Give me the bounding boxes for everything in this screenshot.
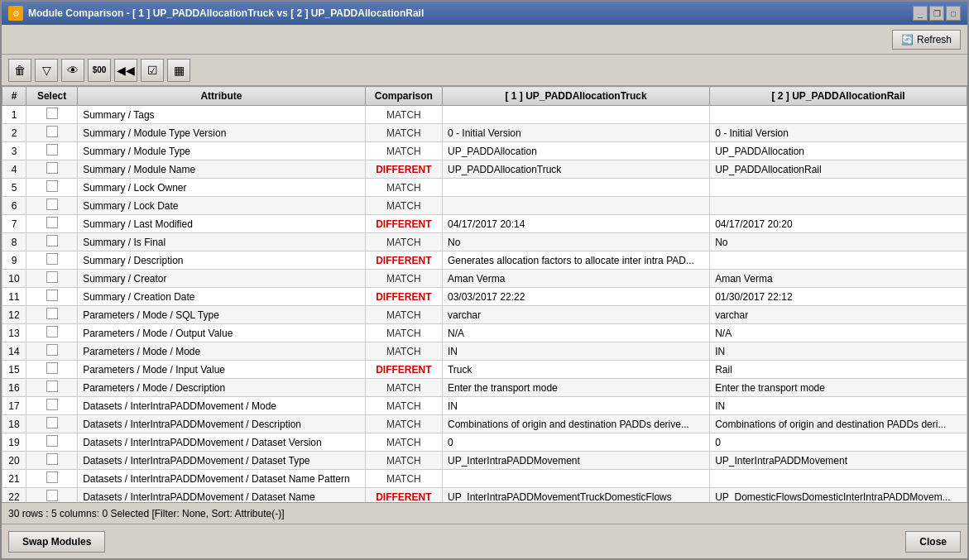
select-checkbox[interactable] — [46, 290, 58, 301]
filter-button[interactable]: ▽ — [35, 59, 58, 82]
col-header-v2[interactable]: [ 2 ] UP_PADDAllocationRail — [710, 87, 967, 106]
select-checkbox[interactable] — [46, 180, 58, 192]
row-select[interactable] — [26, 197, 78, 215]
maximize-button[interactable]: □ — [946, 6, 961, 21]
back-button[interactable]: ◀◀ — [114, 59, 137, 82]
row-v1-value — [442, 470, 709, 488]
row-select[interactable] — [26, 215, 78, 233]
restore-button[interactable]: ❐ — [929, 6, 944, 21]
col-header-comparison[interactable]: Comparison — [365, 87, 442, 106]
row-num: 7 — [2, 215, 26, 233]
select-checkbox[interactable] — [46, 381, 58, 392]
row-v2-value: UP_PADDAllocation — [710, 142, 967, 160]
select-checkbox[interactable] — [46, 126, 58, 137]
row-comparison: MATCH — [365, 470, 442, 488]
row-attribute: Parameters / Mode / Description — [78, 379, 366, 397]
swap-modules-button[interactable]: Swap Modules — [8, 531, 105, 553]
select-checkbox[interactable] — [46, 217, 58, 228]
grid-button[interactable]: ▦ — [167, 59, 190, 82]
select-checkbox[interactable] — [46, 362, 58, 374]
row-v1-value: 0 — [442, 433, 709, 452]
row-comparison: MATCH — [365, 415, 442, 433]
row-select[interactable] — [26, 324, 78, 342]
refresh-button[interactable]: 🔄 Refresh — [892, 30, 961, 50]
row-v2-value: varchar — [710, 306, 967, 324]
toolbar: 🗑 ▽ 👁 $00 ◀◀ ☑ ▦ — [2, 55, 967, 86]
row-v1-value: UP_InterIntraPADDMovement — [442, 452, 709, 470]
view-icon: 👁 — [67, 64, 79, 77]
row-comparison: MATCH — [365, 106, 442, 124]
row-select[interactable] — [26, 306, 78, 324]
select-checkbox[interactable] — [46, 326, 58, 337]
select-checkbox[interactable] — [46, 199, 58, 210]
table-row: 2 Summary / Module Type Version MATCH 0 … — [2, 124, 967, 142]
row-select[interactable] — [26, 160, 78, 179]
row-attribute: Parameters / Mode / Mode — [78, 342, 366, 361]
row-v1-value: Aman Verma — [442, 270, 709, 288]
select-checkbox[interactable] — [46, 453, 58, 465]
select-checkbox[interactable] — [46, 435, 58, 447]
row-select[interactable] — [26, 270, 78, 288]
row-select[interactable] — [26, 433, 78, 452]
status-text: 30 rows : 5 columns: 0 Selected [Filter:… — [8, 508, 284, 519]
col-header-v1[interactable]: [ 1 ] UP_PADDAllocationTruck — [442, 87, 709, 106]
row-select[interactable] — [26, 415, 78, 433]
row-v2-value: Rail — [710, 361, 967, 379]
select-checkbox[interactable] — [46, 308, 58, 319]
select-checkbox[interactable] — [46, 108, 58, 119]
select-checkbox[interactable] — [46, 235, 58, 246]
row-v2-value: IN — [710, 397, 967, 415]
row-select[interactable] — [26, 251, 78, 270]
table-row: 13 Parameters / Mode / Output Value MATC… — [2, 324, 967, 342]
check-button[interactable]: ☑ — [141, 59, 164, 82]
select-checkbox[interactable] — [46, 399, 58, 410]
table-row: 1 Summary / Tags MATCH — [2, 106, 967, 124]
row-select[interactable] — [26, 452, 78, 470]
row-select[interactable] — [26, 379, 78, 397]
row-select[interactable] — [26, 342, 78, 361]
row-comparison: DIFFERENT — [365, 361, 442, 379]
col-header-attribute[interactable]: Attribute — [78, 87, 366, 106]
select-checkbox[interactable] — [46, 162, 58, 174]
minimize-button[interactable]: _ — [913, 6, 928, 21]
row-comparison: DIFFERENT — [365, 488, 442, 503]
delete-button[interactable]: 🗑 — [8, 59, 31, 82]
row-attribute: Datasets / InterIntraPADDMovement / Data… — [78, 433, 366, 452]
row-attribute: Summary / Module Name — [78, 160, 366, 179]
row-select[interactable] — [26, 124, 78, 142]
row-comparison: DIFFERENT — [365, 251, 442, 270]
row-select[interactable] — [26, 288, 78, 306]
row-attribute: Summary / Tags — [78, 106, 366, 124]
close-button[interactable]: Close — [905, 531, 961, 553]
row-num: 17 — [2, 397, 26, 415]
select-checkbox[interactable] — [46, 490, 58, 501]
row-select[interactable] — [26, 179, 78, 197]
select-checkbox[interactable] — [46, 417, 58, 428]
row-select[interactable] — [26, 361, 78, 379]
row-select[interactable] — [26, 142, 78, 160]
table-row: 6 Summary / Lock Date MATCH — [2, 197, 967, 215]
row-v1-value: IN — [442, 342, 709, 361]
row-select[interactable] — [26, 233, 78, 251]
row-select[interactable] — [26, 106, 78, 124]
row-comparison: DIFFERENT — [365, 160, 442, 179]
table-row: 22 Datasets / InterIntraPADDMovement / D… — [2, 488, 967, 503]
delete-icon: 🗑 — [14, 64, 26, 77]
row-v1-value: Generates allocation factors to allocate… — [442, 251, 709, 270]
row-select[interactable] — [26, 470, 78, 488]
money-button[interactable]: $00 — [88, 59, 111, 82]
row-attribute: Datasets / InterIntraPADDMovement / Mode — [78, 397, 366, 415]
data-table-container[interactable]: # Select Attribute Comparison [ 1 ] UP_P… — [2, 86, 967, 502]
select-checkbox[interactable] — [46, 344, 58, 356]
filter-icon: ▽ — [42, 64, 51, 77]
table-row: 4 Summary / Module Name DIFFERENT UP_PAD… — [2, 160, 967, 179]
row-select[interactable] — [26, 397, 78, 415]
row-comparison: MATCH — [365, 142, 442, 160]
row-select[interactable] — [26, 488, 78, 503]
select-checkbox[interactable] — [46, 253, 58, 265]
window-title: Module Comparison - [ 1 ] UP_PADDAllocat… — [28, 7, 424, 19]
select-checkbox[interactable] — [46, 471, 58, 483]
view-button[interactable]: 👁 — [61, 59, 84, 82]
select-checkbox[interactable] — [46, 271, 58, 283]
select-checkbox[interactable] — [46, 144, 58, 156]
